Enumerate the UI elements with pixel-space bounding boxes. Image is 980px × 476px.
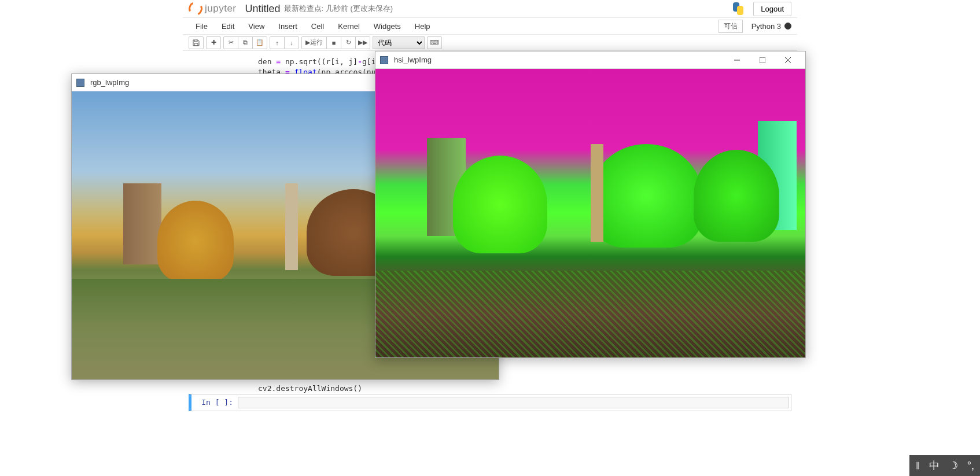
kernel-status-icon bbox=[784, 23, 791, 29]
copy-button[interactable]: ⧉ bbox=[238, 36, 253, 49]
save-button[interactable] bbox=[189, 36, 204, 49]
kernel-indicator[interactable]: Python 3 bbox=[751, 22, 791, 31]
hsi-image-window[interactable]: hsi_lwpImg bbox=[375, 51, 806, 358]
ime-punct-indicator[interactable]: °, bbox=[967, 460, 974, 472]
notebook-header: jupyter Untitled 最新检查点: 几秒前 (更改未保存) Logo… bbox=[183, 0, 797, 17]
menu-widgets[interactable]: Widgets bbox=[367, 20, 408, 33]
hsi-image-body bbox=[375, 69, 805, 357]
jupyter-logo-icon bbox=[187, 0, 205, 17]
logout-button[interactable]: Logout bbox=[753, 2, 791, 16]
ime-language-indicator[interactable]: 中 bbox=[929, 459, 940, 473]
window-app-icon bbox=[380, 56, 388, 64]
hsi-image bbox=[375, 69, 805, 357]
menubar: File Edit View Insert Cell Kernel Widget… bbox=[183, 17, 797, 35]
trusted-indicator[interactable]: 可信 bbox=[719, 20, 743, 33]
empty-code-cell[interactable]: In [ ]: bbox=[189, 394, 791, 411]
command-palette-button[interactable]: ⌨ bbox=[427, 36, 442, 49]
menu-help[interactable]: Help bbox=[408, 20, 437, 33]
menu-edit[interactable]: Edit bbox=[215, 20, 241, 33]
toolbar: ✚ ✂ ⧉ 📋 ↑ ↓ ▶ 运行 ■ ↻ ▶▶ 代码 ⌨ bbox=[183, 35, 797, 51]
cut-button[interactable]: ✂ bbox=[223, 36, 238, 49]
move-up-button[interactable]: ↑ bbox=[270, 36, 285, 49]
jupyter-logo[interactable]: jupyter bbox=[189, 2, 237, 16]
restart-button[interactable]: ↻ bbox=[341, 36, 356, 49]
checkpoint-status: 最新检查点: 几秒前 (更改未保存) bbox=[284, 3, 393, 14]
window-app-icon bbox=[76, 79, 84, 87]
jupyter-logo-text: jupyter bbox=[205, 3, 237, 14]
menu-file[interactable]: File bbox=[189, 20, 215, 33]
maximize-button[interactable] bbox=[750, 52, 775, 68]
minimize-button[interactable] bbox=[724, 52, 750, 68]
menu-cell[interactable]: Cell bbox=[304, 20, 331, 33]
run-button[interactable]: ▶ 运行 bbox=[301, 36, 327, 49]
add-cell-button[interactable]: ✚ bbox=[206, 36, 221, 49]
notebook-title[interactable]: Untitled bbox=[245, 3, 281, 15]
ime-separator-icon[interactable]: ⦀ bbox=[915, 460, 920, 472]
output-fragment: cv2.destroyAllWindows() bbox=[183, 384, 797, 393]
restart-run-button[interactable]: ▶▶ bbox=[355, 36, 370, 49]
kernel-name-text: Python 3 bbox=[751, 22, 781, 31]
window-titlebar[interactable]: hsi_lwpImg bbox=[375, 51, 805, 69]
move-down-button[interactable]: ↓ bbox=[284, 36, 299, 49]
window-title-text: hsi_lwpImg bbox=[394, 56, 724, 64]
menu-kernel[interactable]: Kernel bbox=[331, 20, 367, 33]
menu-view[interactable]: View bbox=[241, 20, 271, 33]
cell-prompt: In [ ]: bbox=[191, 394, 238, 411]
interrupt-button[interactable]: ■ bbox=[326, 36, 341, 49]
python-icon bbox=[732, 2, 745, 15]
cell-input-area[interactable] bbox=[238, 397, 789, 408]
menu-insert[interactable]: Insert bbox=[271, 20, 304, 33]
celltype-select[interactable]: 代码 bbox=[373, 36, 425, 49]
paste-button[interactable]: 📋 bbox=[252, 36, 267, 49]
ime-toolbar[interactable]: ⦀ 中 ☽ °, bbox=[909, 455, 980, 476]
close-button[interactable] bbox=[775, 52, 801, 68]
svg-rect-1 bbox=[760, 57, 765, 63]
ime-moon-icon[interactable]: ☽ bbox=[949, 459, 958, 472]
